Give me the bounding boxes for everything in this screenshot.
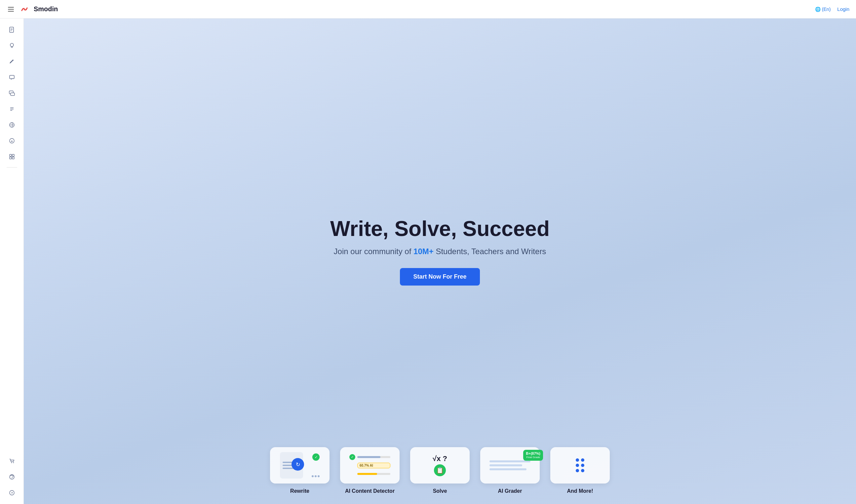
detector-bar-fill-2: [357, 473, 377, 475]
svg-rect-18: [10, 157, 12, 159]
more-dot-5: [576, 469, 579, 472]
feature-rewrite[interactable]: ↻ ✓ Rewrite: [270, 447, 329, 494]
sidebar: A ?: [0, 18, 24, 504]
grader-line-3: [489, 468, 527, 470]
svg-point-21: [13, 462, 14, 463]
solve-label: Solve: [433, 488, 447, 494]
sidebar-item-document[interactable]: [5, 22, 19, 37]
solve-math: √x ?: [433, 454, 447, 463]
hamburger-menu[interactable]: [6, 6, 15, 13]
detector-card-inner: ✓ 60.7% AI: [347, 451, 393, 480]
grader-line-2: [489, 464, 522, 466]
grader-line-1: [489, 461, 531, 462]
svg-rect-9: [11, 93, 15, 95]
grader-card: B+(87%) Final Grade: [480, 447, 540, 484]
svg-rect-17: [12, 154, 14, 156]
brand-name: Smodin: [34, 5, 58, 13]
detector-check-1: ✓: [349, 454, 355, 460]
grader-label: AI Grader: [498, 488, 522, 494]
more-dot-4: [581, 464, 584, 467]
feature-ai-content-detector[interactable]: ✓ 60.7% AI A: [340, 447, 399, 494]
feature-ai-grader[interactable]: B+(87%) Final Grade AI Grader: [480, 447, 540, 494]
sidebar-item-chat-alt[interactable]: [5, 86, 19, 101]
grader-grade-badge: B+(87%) Final Grade: [523, 450, 543, 461]
detector-row-1: ✓: [349, 454, 390, 460]
sidebar-item-support[interactable]: [5, 470, 19, 484]
rewrite-check-icon: ✓: [312, 453, 320, 461]
svg-point-20: [11, 462, 12, 463]
sidebar-item-cart[interactable]: [5, 454, 19, 468]
header-left: Smodin: [6, 4, 58, 15]
header: Smodin 🌐 (En) Login: [0, 0, 856, 18]
rewrite-refresh-icon: ↻: [291, 458, 304, 471]
more-dot-2: [581, 458, 584, 462]
svg-point-6: [10, 43, 14, 47]
features-row: ↻ ✓ Rewrite ✓: [24, 447, 856, 494]
hero-subtitle: Join our community of 10M+ Students, Tea…: [334, 247, 546, 256]
rewrite-card-inner: ↻ ✓: [280, 452, 320, 479]
rewrite-card: ↻ ✓: [270, 447, 329, 484]
grader-grade-sub: Final Grade: [526, 456, 540, 459]
hero-section: Write, Solve, Succeed Join our community…: [317, 217, 563, 286]
more-card: [550, 447, 610, 484]
detector-badge: 60.7% AI: [357, 463, 390, 468]
sidebar-item-apps[interactable]: [5, 149, 19, 164]
hero-subtitle-start: Join our community of: [334, 247, 413, 256]
more-dot-1: [576, 458, 579, 462]
sidebar-divider: [6, 167, 17, 167]
smodin-logo: [19, 4, 30, 15]
rewrite-dots: [312, 475, 320, 477]
app-layout: A ? Write, Solve, Succeed Join our commu…: [0, 18, 856, 504]
more-dot-3: [576, 464, 579, 467]
hero-subtitle-highlight: 10M+: [413, 247, 434, 256]
sidebar-item-pencil[interactable]: [5, 54, 19, 69]
dot-2: [315, 475, 317, 477]
svg-rect-16: [10, 154, 12, 156]
svg-text:?: ?: [11, 491, 13, 495]
svg-point-1: [23, 7, 26, 11]
hero-subtitle-end: Students, Teachers and Writers: [434, 247, 546, 256]
svg-text:A: A: [11, 140, 13, 143]
dot-1: [312, 475, 314, 477]
detector-card: ✓ 60.7% AI: [340, 447, 399, 484]
detector-label: AI Content Detector: [345, 488, 395, 494]
main-content: Write, Solve, Succeed Join our community…: [24, 18, 856, 504]
sidebar-item-list[interactable]: [5, 102, 19, 116]
start-now-button[interactable]: Start Now For Free: [400, 268, 480, 286]
sidebar-item-help[interactable]: ?: [5, 486, 19, 500]
solve-card-inner: √x ? 📋: [433, 454, 447, 476]
dot-3: [318, 475, 320, 477]
svg-rect-19: [12, 157, 14, 159]
detector-bar-bg-2: [357, 473, 390, 475]
header-right: 🌐 (En) Login: [815, 6, 850, 12]
language-button[interactable]: 🌐 (En): [815, 6, 831, 12]
login-button[interactable]: Login: [837, 6, 850, 12]
rewrite-line-3: [283, 468, 293, 469]
svg-point-23: [12, 478, 12, 479]
feature-solve[interactable]: √x ? 📋 Solve: [410, 447, 470, 494]
sidebar-item-chat[interactable]: [5, 70, 19, 85]
sidebar-item-translate[interactable]: [5, 118, 19, 132]
more-dot-6: [581, 469, 584, 472]
rewrite-label: Rewrite: [290, 488, 309, 494]
detector-bar-fill-1: [357, 456, 380, 458]
detector-bar-bg-1: [357, 456, 390, 458]
sidebar-item-lightbulb[interactable]: [5, 38, 19, 53]
feature-and-more[interactable]: And More!: [550, 447, 610, 494]
solve-clipboard-icon: 📋: [434, 464, 446, 476]
detector-row-2: [349, 471, 390, 477]
solve-card: √x ? 📋: [410, 447, 470, 484]
svg-rect-7: [10, 75, 14, 79]
more-label: And More!: [567, 488, 593, 494]
more-card-inner: [573, 456, 587, 475]
grader-grade-value: B+(87%): [526, 451, 540, 455]
sidebar-item-grade[interactable]: A: [5, 133, 19, 148]
sidebar-bottom: ?: [5, 454, 19, 500]
hero-title: Write, Solve, Succeed: [330, 217, 550, 240]
